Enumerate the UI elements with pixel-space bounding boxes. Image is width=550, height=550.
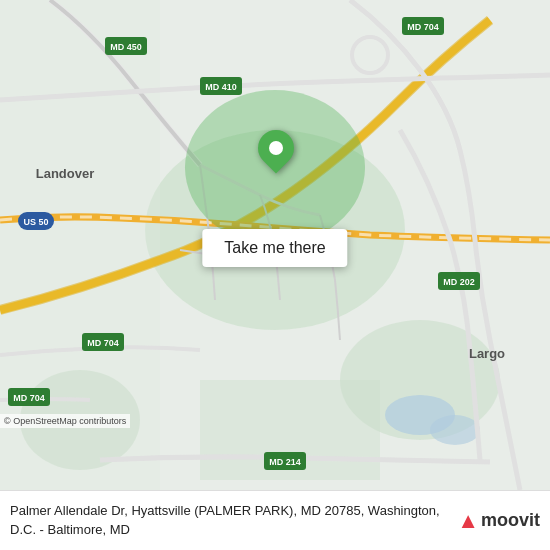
- info-bar: Palmer Allendale Dr, Hyattsville (PALMER…: [0, 490, 550, 550]
- address-text: Palmer Allendale Dr, Hyattsville (PALMER…: [10, 502, 449, 538]
- svg-text:US 50: US 50: [23, 217, 48, 227]
- svg-point-7: [430, 415, 480, 445]
- svg-text:MD 704: MD 704: [407, 22, 439, 32]
- take-me-there-button[interactable]: Take me there: [202, 229, 347, 267]
- moovit-icon: ▲: [457, 508, 479, 534]
- osm-credit: © OpenStreetMap contributors: [0, 414, 130, 428]
- location-pin: [258, 130, 294, 174]
- svg-text:MD 704: MD 704: [87, 338, 119, 348]
- svg-text:Landover: Landover: [36, 166, 95, 181]
- svg-point-8: [352, 37, 388, 73]
- moovit-logo: ▲ moovit: [457, 508, 540, 534]
- svg-text:MD 450: MD 450: [110, 42, 142, 52]
- svg-text:MD 202: MD 202: [443, 277, 475, 287]
- svg-text:Largo: Largo: [469, 346, 505, 361]
- map-container: MD 450 MD 410 MD 704 US 50 MD 704 MD 704…: [0, 0, 550, 490]
- svg-text:MD 704: MD 704: [13, 393, 45, 403]
- moovit-text: moovit: [481, 510, 540, 531]
- svg-text:MD 410: MD 410: [205, 82, 237, 92]
- svg-text:MD 214: MD 214: [269, 457, 301, 467]
